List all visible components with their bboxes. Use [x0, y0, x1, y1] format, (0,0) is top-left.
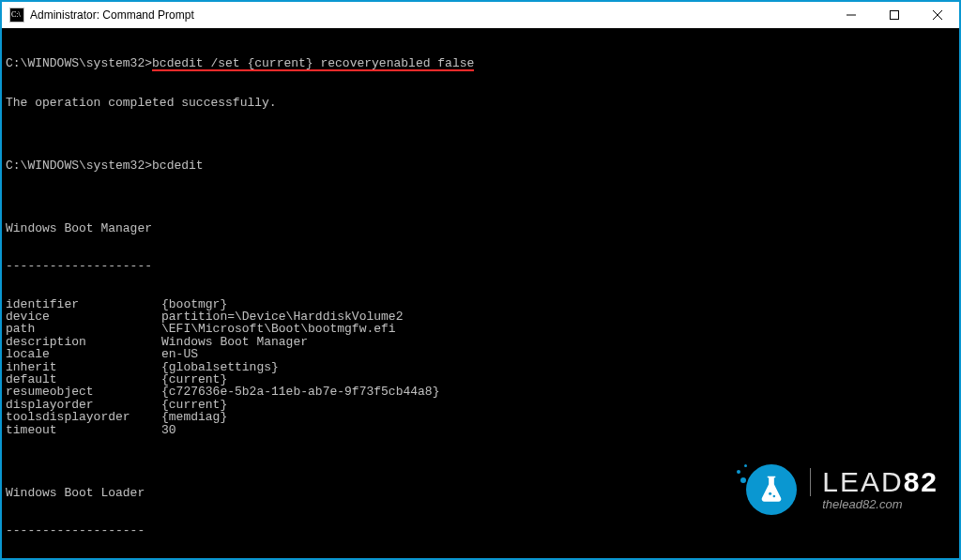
kv-row: devicepartition=\Device\HarddiskVolume2 [6, 310, 953, 323]
kv-key: toolsdisplayorder [6, 411, 161, 423]
kv-row: default{current} [6, 373, 953, 386]
command-text: bcdedit /set {current} recoveryenabled f… [152, 57, 474, 71]
kv-row: localeen-US [6, 348, 953, 360]
kv-row: identifier{bootmgr} [6, 298, 953, 310]
watermark-logo: LEAD82 thelead82.com [742, 461, 938, 519]
kv-value: {c727636e-5b2a-11eb-ab7e-9f73f5cb44a8} [161, 386, 439, 398]
kv-key: locale [6, 348, 161, 360]
kv-key: displayorder [6, 399, 161, 411]
prompt: C:\WINDOWS\system32> [6, 159, 152, 173]
command-text: bcdedit [152, 159, 204, 173]
section-title: Windows Boot Manager [6, 222, 953, 235]
window-buttons [830, 2, 959, 28]
titlebar[interactable]: C:\ Administrator: Command Prompt [2, 2, 959, 28]
kv-key: inherit [6, 361, 161, 373]
kv-row: path\EFI\Microsoft\Boot\bootmgfw.efi [6, 323, 953, 335]
kv-value: {bootmgr} [161, 298, 227, 310]
kv-key: device [6, 310, 161, 323]
terminal-output[interactable]: C:\WINDOWS\system32>bcdedit /set {curren… [2, 28, 959, 558]
svg-text:C:\: C:\ [11, 10, 22, 19]
kv-key: resumeobject [6, 386, 161, 398]
window-title: Administrator: Command Prompt [30, 8, 830, 22]
section-rule: ------------------- [6, 524, 953, 537]
kv-row: inherit{globalsettings} [6, 361, 953, 373]
kv-value: partition=\Device\HarddiskVolume2 [161, 310, 403, 323]
flask-icon [742, 461, 801, 519]
command-prompt-window: C:\ Administrator: Command Prompt C:\WIN… [0, 0, 961, 560]
kv-key: path [6, 323, 161, 335]
brand-text: LEAD82 [810, 468, 938, 496]
section-rule: -------------------- [6, 260, 953, 272]
kv-row: descriptionWindows Boot Manager [6, 336, 953, 348]
kv-value: {current} [161, 373, 227, 386]
kv-key: timeout [6, 424, 161, 436]
kv-value: {memdiag} [161, 411, 227, 423]
close-button[interactable] [916, 2, 959, 28]
kv-key: default [6, 373, 161, 386]
kv-row: resumeobject{c727636e-5b2a-11eb-ab7e-9f7… [6, 386, 953, 398]
svg-rect-4 [891, 11, 899, 20]
svg-point-7 [769, 492, 771, 495]
minimize-button[interactable] [830, 2, 873, 28]
kv-key: identifier [6, 298, 161, 310]
kv-value: {globalsettings} [161, 361, 279, 373]
kv-value: {current} [161, 399, 227, 411]
kv-row: toolsdisplayorder{memdiag} [6, 411, 953, 423]
brand-url: thelead82.com [810, 498, 938, 510]
kv-value: Windows Boot Manager [161, 336, 308, 348]
kv-key: description [6, 336, 161, 348]
kv-row: displayorder{current} [6, 399, 953, 411]
kv-row: timeout30 [6, 424, 953, 436]
output-line: The operation completed successfully. [6, 97, 953, 109]
cmd-icon: C:\ [9, 8, 24, 23]
maximize-button[interactable] [873, 2, 916, 28]
svg-point-8 [773, 495, 776, 498]
kv-value: 30 [161, 424, 176, 436]
kv-value: en-US [161, 348, 198, 360]
kv-value: \EFI\Microsoft\Boot\bootmgfw.efi [161, 323, 396, 335]
prompt: C:\WINDOWS\system32> [6, 56, 152, 70]
